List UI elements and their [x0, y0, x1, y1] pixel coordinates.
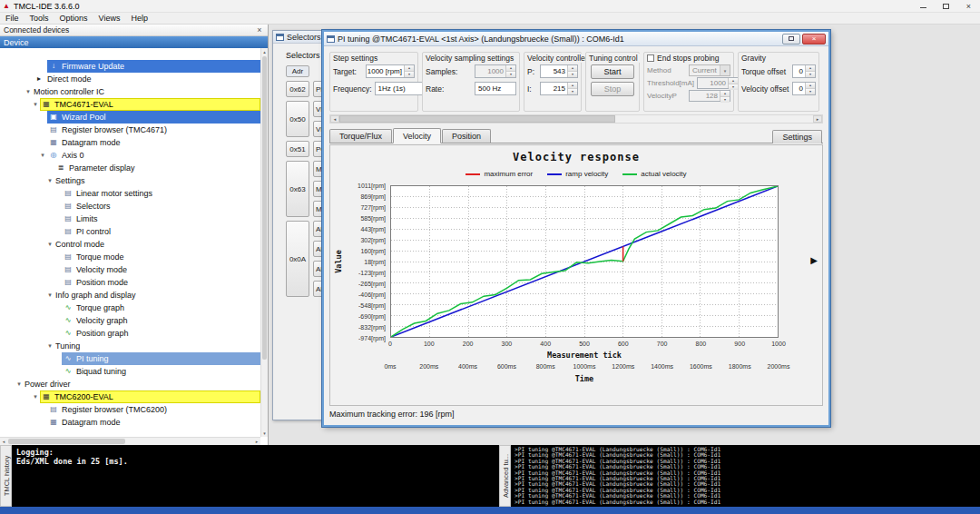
tree-item-linear-motor-settings[interactable]: ▤Linear motor settings [0, 187, 260, 200]
toolbar-horizontal-scrollbar[interactable]: ◂ ▸ [329, 114, 823, 124]
expand-chevron-icon[interactable]: ▾ [31, 100, 40, 109]
scroll-down-icon[interactable]: ▾ [261, 430, 268, 437]
tree-item-power-driver[interactable]: ▾Power driver [0, 378, 260, 390]
tree-item-datagram-mode[interactable]: ▦Datagram mode [0, 416, 260, 429]
tree-item-motion-controller-ic[interactable]: ▾Motion controller IC [0, 85, 260, 98]
end-stops-checkbox[interactable]: End stops probing [647, 54, 721, 63]
scroll-left-icon[interactable]: ◂ [0, 438, 7, 445]
rate-input[interactable]: 500 Hz [475, 82, 516, 95]
tree-item-position-graph[interactable]: ∿Position graph [0, 327, 260, 340]
logging-console[interactable]: Logging:Eds/XML done in 25 [ms]. [12, 445, 499, 507]
p-spinbox[interactable]: 543 ▴▾ [540, 64, 578, 78]
tree-item-direct-mode[interactable]: ▸Direct mode [0, 73, 260, 85]
tree-horizontal-scrollbar[interactable]: ◂ ▸ [0, 437, 260, 445]
i-spinbox[interactable]: 215 ▴▾ [540, 82, 578, 95]
minimize-button[interactable] [912, 0, 935, 13]
start-button[interactable]: Start [591, 64, 634, 79]
frequency-input[interactable]: 1Hz (1s) [375, 82, 424, 95]
scrollbar-thumb[interactable] [8, 439, 125, 444]
threshold-spinbox[interactable]: 1000 ▴▾ [697, 77, 739, 89]
expand-chevron-icon[interactable]: ▾ [45, 240, 54, 249]
tree-item-firmware-update[interactable]: ↓Firmware Update [0, 60, 260, 73]
tree-item-tmc6200-eval[interactable]: ▾▦TMC6200-EVAL [0, 390, 260, 403]
tree-item-velocity-graph[interactable]: ∿Velocity graph [0, 314, 260, 327]
velocityp-spinbox[interactable]: 128 ▴▾ [689, 90, 730, 102]
spinner-arrows-icon[interactable]: ▴▾ [505, 65, 515, 77]
tree-item-position-mode[interactable]: ▤Position mode [0, 276, 260, 289]
expand-chevron-icon[interactable]: ▾ [15, 380, 24, 389]
scroll-up-icon[interactable]: ▴ [261, 48, 268, 55]
adr-cell-0x62[interactable]: 0x62 [286, 81, 309, 97]
scroll-right-icon[interactable]: ▸ [253, 438, 260, 445]
spinner-arrows-icon[interactable]: ▴▾ [728, 78, 738, 88]
spinner-arrows-icon[interactable]: ▴▾ [404, 65, 414, 77]
expand-chevron-icon[interactable]: ▾ [24, 87, 33, 96]
tab-advanced-tuning[interactable]: Advanced tu... [499, 445, 511, 507]
tree-item-biquad-tuning[interactable]: ∿Biquad tuning [0, 365, 260, 378]
adr-cell-0x0a[interactable]: 0x0A [286, 221, 309, 297]
tree-item-pi-control[interactable]: ▤PI control [0, 225, 260, 238]
adr-cell-0x50[interactable]: 0x50 [286, 101, 309, 137]
tab-tmcl-history[interactable]: TMCL history [0, 445, 12, 507]
tree-item-parameter-display[interactable]: ≣Parameter display [0, 162, 260, 174]
tree-item-limits[interactable]: ▤Limits [0, 213, 260, 225]
expand-chevron-icon[interactable]: ▾ [31, 392, 40, 401]
target-spinbox[interactable]: 1000 [rpm] ▴▾ [366, 64, 415, 78]
close-button[interactable]: × [957, 0, 980, 13]
spinner-arrows-icon[interactable]: ▴▾ [805, 65, 815, 77]
close-window-button[interactable]: × [802, 34, 826, 44]
menu-file[interactable]: File [0, 14, 24, 23]
spinner-arrows-icon[interactable]: ▴▾ [805, 83, 815, 94]
tree-item-control-mode[interactable]: ▾Control mode [0, 238, 260, 251]
adr-cell-0x51[interactable]: 0x51 [286, 141, 309, 157]
menu-help[interactable]: Help [125, 14, 153, 23]
menu-options[interactable]: Options [54, 14, 93, 23]
expand-chevron-icon[interactable]: ▾ [38, 151, 47, 160]
tree-item-axis-0[interactable]: ▾◎Axis 0 [0, 149, 260, 162]
tree-item-register-browser-tmc4671[interactable]: ▤Register browser (TMC4671) [0, 124, 260, 136]
restore-button[interactable] [782, 34, 800, 44]
velocity-offset-spinbox[interactable]: 0 ▴▾ [792, 82, 816, 95]
tree-item-torque-mode[interactable]: ▤Torque mode [0, 251, 260, 263]
scrollbar-thumb[interactable] [262, 56, 267, 360]
play-button[interactable]: ▶ [810, 256, 818, 265]
history-console[interactable]: >PI tuning @TMC4671-EVAL (Landungsbrueck… [511, 445, 980, 507]
checkbox-icon[interactable] [647, 54, 654, 62]
menu-tools[interactable]: Tools [24, 14, 54, 23]
adr-cell-0x63[interactable]: 0x63 [286, 161, 309, 217]
tree-item-torque-graph[interactable]: ∿Torque graph [0, 301, 260, 314]
tree-item-pi-tuning[interactable]: ∿PI tuning [0, 352, 260, 365]
spinner-arrows-icon[interactable]: ▴▾ [567, 83, 577, 94]
tab-settings[interactable]: Settings [772, 130, 822, 143]
expand-chevron-icon[interactable]: ▾ [45, 291, 54, 300]
expand-chevron-icon[interactable]: ▾ [45, 176, 54, 185]
tab-position[interactable]: Position [442, 129, 491, 143]
maximize-button[interactable] [935, 0, 957, 13]
tab-velocity[interactable]: Velocity [393, 128, 441, 143]
tree-item-wizard-pool[interactable]: ▣Wizard Pool [0, 111, 260, 124]
torque-offset-spinbox[interactable]: 0 ▴▾ [792, 64, 816, 78]
stop-button[interactable]: Stop [591, 82, 634, 96]
spinner-arrows-icon[interactable]: ▴▾ [567, 65, 577, 77]
tree-item-info-graph-and-display[interactable]: ▾Info graph and display [0, 289, 260, 301]
spinner-arrows-icon[interactable]: ▴▾ [720, 91, 730, 101]
tree-item-register-browser-tmc6200[interactable]: ▤Register browser (TMC6200) [0, 403, 260, 416]
tree-item-tuning[interactable]: ▾Tuning [0, 340, 260, 352]
samples-spinbox[interactable]: 1000 ▴▾ [475, 64, 516, 78]
tree-item-selectors[interactable]: ▤Selectors [0, 200, 260, 213]
panel-close-icon[interactable]: × [255, 25, 264, 35]
tree-item-velocity-mode[interactable]: ▤Velocity mode [0, 263, 260, 276]
scroll-right-icon[interactable]: ▸ [813, 115, 822, 123]
scroll-left-icon[interactable]: ◂ [330, 115, 339, 123]
scrollbar-thumb[interactable] [339, 115, 615, 123]
tab-torque-flux[interactable]: Torque/Flux [329, 129, 392, 143]
target-label: Target: [333, 67, 357, 76]
tree-item-settings[interactable]: ▾Settings [0, 174, 260, 187]
menu-views[interactable]: Views [93, 14, 126, 23]
method-dropdown[interactable]: Current ▾ [689, 64, 730, 76]
tree-item-datagram-mode[interactable]: ▦Datagram mode [0, 136, 260, 149]
tree-vertical-scrollbar[interactable]: ▴ ▾ [260, 48, 268, 437]
expand-chevron-icon[interactable]: ▾ [45, 341, 54, 351]
tree-item-tmc4671-eval[interactable]: ▾▦TMC4671-EVAL [0, 98, 260, 111]
pi-tuning-titlebar[interactable]: PI tuning @TMC4671-EVAL <1st Axis> (Land… [324, 32, 828, 46]
